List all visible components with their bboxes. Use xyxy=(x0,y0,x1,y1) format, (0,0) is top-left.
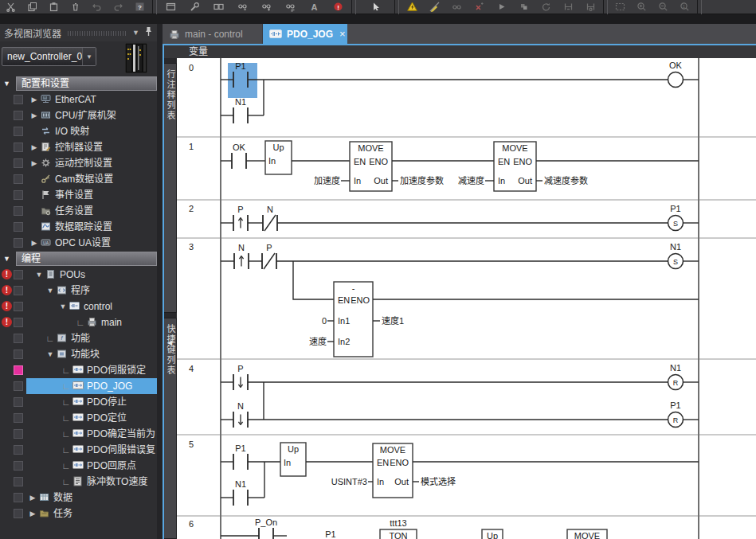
tree-item-事件设置[interactable]: 事件设置 xyxy=(0,187,157,203)
editor-tab-main - control[interactable]: main - control xyxy=(163,24,263,44)
tree-item-PDO确定当前为[interactable]: ∟PDO确定当前为 xyxy=(0,426,157,442)
tree-item-程序[interactable]: !▼程序 xyxy=(0,283,157,299)
close-icon[interactable]: × xyxy=(339,28,346,40)
redo-icon[interactable] xyxy=(108,1,129,14)
search-watch-icon[interactable] xyxy=(230,1,254,14)
expander-icon[interactable]: ▶ xyxy=(29,235,40,251)
expander-icon[interactable]: ▼ xyxy=(33,267,45,283)
tree-item-任务设置[interactable]: 任务设置 xyxy=(0,203,157,219)
tree-item-main[interactable]: !∟main xyxy=(0,314,157,330)
tree-item-label: 程序 xyxy=(71,283,90,299)
copy-icon[interactable] xyxy=(22,1,43,14)
tree-item-PDO停止[interactable]: ∟PDO停止 xyxy=(0,394,157,410)
editor-tab-PDO_JOG[interactable]: PDO_JOG× xyxy=(263,24,347,44)
search-build-icon[interactable] xyxy=(254,1,278,14)
compare-icon[interactable] xyxy=(206,1,230,14)
edit-restrict-icon[interactable] xyxy=(423,1,445,14)
variables-bar[interactable]: 变量 xyxy=(164,45,756,58)
expander-icon[interactable]: ▶ xyxy=(27,506,38,521)
tree-item-CPU/扩展机架[interactable]: ▶CPU/扩展机架 xyxy=(0,107,157,123)
expander-icon[interactable]: ▶ xyxy=(29,155,40,171)
chevron-down-icon[interactable]: ▼ xyxy=(82,48,96,65)
search-io-icon[interactable] xyxy=(278,1,302,14)
window-icon[interactable] xyxy=(159,1,182,14)
coil-variable-label: P1 xyxy=(670,204,680,213)
delete-icon[interactable] xyxy=(65,1,86,14)
chevron-open-icon[interactable]: ▼ xyxy=(3,251,10,267)
tree-item-control[interactable]: !▼control xyxy=(0,299,157,314)
ladder-coil[interactable] xyxy=(668,72,684,88)
tree-item-数据跟踪设置[interactable]: 数据跟踪设置 xyxy=(0,219,157,235)
tree-item-label: POUs xyxy=(60,267,85,283)
tree-item-POUs[interactable]: !▼POUs xyxy=(0,267,157,283)
pous-icon xyxy=(45,269,57,280)
tree-item-控制器设置[interactable]: ▶控制器设置 xyxy=(0,139,157,155)
tree-item-EtherCAT[interactable]: ▶EtherCAT xyxy=(0,92,157,107)
tree-item-PDO伺服锁定[interactable]: ∟PDO伺服锁定 xyxy=(0,362,157,378)
run-icon[interactable] xyxy=(490,1,512,14)
contact-variable-label: N xyxy=(267,205,273,214)
ladder-canvas[interactable] xyxy=(177,58,756,539)
zoom-fit-icon[interactable]: 1 xyxy=(674,1,695,14)
chevron-down-icon[interactable]: ▼ xyxy=(132,29,139,37)
zoom-in-icon[interactable] xyxy=(631,1,652,14)
expander-icon[interactable]: ▶ xyxy=(29,92,40,107)
tree-item-label: main xyxy=(101,314,122,330)
namespace-chip xyxy=(14,302,23,311)
tree-item-Cam数据设置[interactable]: Cam数据设置 xyxy=(0,171,157,187)
controller-selector[interactable]: new_Controller_0 ▼ xyxy=(2,47,96,66)
cut-icon[interactable] xyxy=(0,1,22,14)
tree-item-I/O 映射[interactable]: I/O 映射 xyxy=(0,123,157,139)
expander-icon[interactable]: ▼ xyxy=(45,346,56,362)
tree-section-配置和设置[interactable]: ▼配置和设置 xyxy=(0,76,157,92)
fb-icon xyxy=(72,396,84,408)
block-pin-label: ENO xyxy=(351,295,370,305)
expander-icon[interactable]: ▼ xyxy=(57,299,69,314)
collapse-left-icon[interactable]: ◀ xyxy=(167,339,172,346)
tree-item-PDO回原点[interactable]: ∟PDO回原点 xyxy=(0,458,157,474)
tree-item-数据[interactable]: ▶数据 xyxy=(0,490,157,506)
tree-section-编程[interactable]: ▼编程 xyxy=(0,251,157,267)
tab-shortcut-key-list[interactable]: 快捷键列表 xyxy=(164,318,177,539)
cross-reference-icon[interactable] xyxy=(468,1,490,14)
tab-label: main - control xyxy=(185,29,243,40)
block-title: MOVE xyxy=(574,531,600,539)
zoom-out-icon[interactable] xyxy=(652,1,674,14)
expander-icon[interactable]: ▼ xyxy=(45,283,56,299)
select-region-icon[interactable] xyxy=(609,1,631,14)
tree-item-功能[interactable]: ∟f功能 xyxy=(0,330,157,346)
stop-icon[interactable] xyxy=(512,1,535,14)
expander-icon[interactable]: ▶ xyxy=(29,139,40,155)
tree-item-功能块[interactable]: ▼功能块 xyxy=(0,346,157,362)
tree-item-脉冲数TO速度[interactable]: ∟脉冲数TO速度 xyxy=(0,474,157,490)
watch-icon[interactable] xyxy=(445,1,468,14)
tree-item-OPC UA设置[interactable]: ▶UAOPC UA设置 xyxy=(0,235,157,251)
tree-item-PDO定位[interactable]: ∟PDO定位 xyxy=(0,410,157,426)
namespace-chip xyxy=(14,429,23,439)
build-warning-icon[interactable] xyxy=(401,1,423,14)
program-tab-icon xyxy=(169,29,180,39)
pointer-icon[interactable] xyxy=(358,1,393,14)
toolbar-separator xyxy=(603,0,608,14)
delete-rung-icon[interactable] xyxy=(579,1,601,14)
pin-icon[interactable] xyxy=(144,26,153,39)
error-list-icon[interactable]: ! xyxy=(326,1,350,14)
tree-item-label: PDO回原点 xyxy=(87,458,136,474)
help-icon[interactable]: ? xyxy=(129,1,151,14)
insert-rung-icon[interactable] xyxy=(557,1,579,14)
chevron-open-icon[interactable]: ▼ xyxy=(3,76,10,92)
tree-item-运动控制设置[interactable]: ▶运动控制设置 xyxy=(0,155,157,171)
contact-variable-label: P xyxy=(266,243,272,252)
undo-icon[interactable] xyxy=(86,1,108,14)
ladder-editor[interactable]: 0123456P1OKN1OKUpInMOVEENENOInOut加速度加速度参… xyxy=(177,58,756,539)
tab-rung-comment-list[interactable]: 行注释列表 xyxy=(164,63,177,313)
tree-item-任务[interactable]: ▶任务 xyxy=(0,506,157,521)
build-icon[interactable] xyxy=(182,1,206,14)
font-icon[interactable]: A xyxy=(302,1,326,14)
online-refresh-icon[interactable] xyxy=(535,1,557,14)
paste-icon[interactable] xyxy=(43,1,65,14)
expander-icon[interactable]: ▶ xyxy=(27,490,38,506)
tree-item-PDO_JOG[interactable]: ∟PDO_JOG xyxy=(0,378,157,394)
tree-item-PDO伺服错误复[interactable]: ∟PDO伺服错误复 xyxy=(0,442,157,458)
expander-icon[interactable]: ▶ xyxy=(29,107,40,123)
